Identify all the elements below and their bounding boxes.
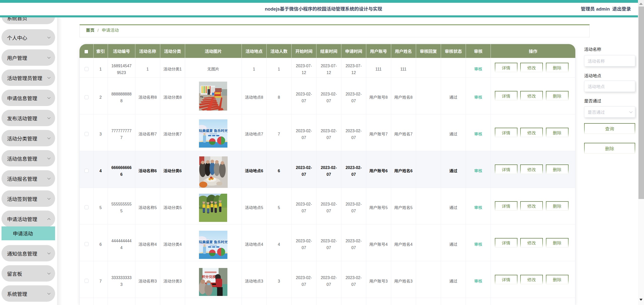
svg-text:玩美盛夏 鱼乐时光: 玩美盛夏 鱼乐时光 (199, 239, 227, 244)
svg-text:玩美盛夏 鱼乐时光: 玩美盛夏 鱼乐时光 (199, 128, 227, 133)
